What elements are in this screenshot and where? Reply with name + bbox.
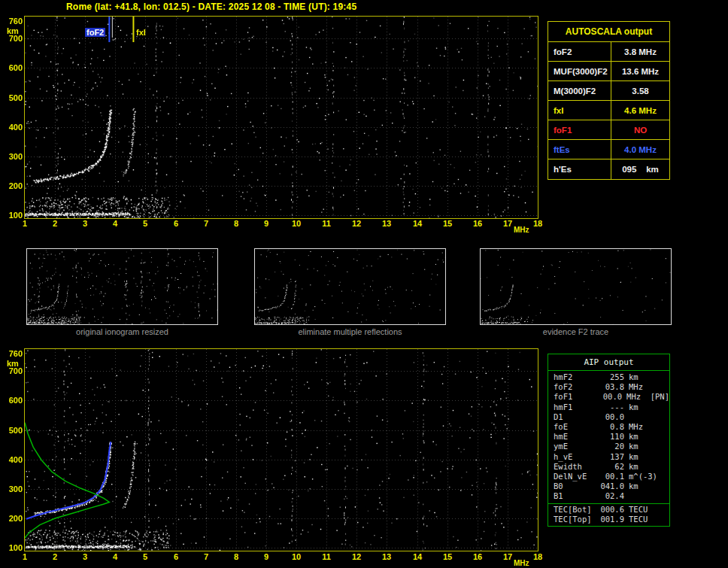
- aip-table-rows: hmF2255kmfoF203.8MHzfoF100.0MHz [PN]hmF1…: [548, 372, 669, 502]
- aip-row-DelNvE: DelN_vE00.1m^(-3): [548, 472, 669, 481]
- aip-param-value: 000.6: [596, 505, 624, 515]
- autoscala-param-value: 4.6 MHz: [611, 101, 669, 120]
- y-tick-label: 760: [3, 350, 23, 358]
- thumbnail-canvas-f2trace: [481, 249, 671, 324]
- autoscala-param-value: 13.6 MHz: [611, 62, 669, 80]
- x-tick-label: 12: [348, 553, 365, 561]
- ionogram-canvas-bottom: [25, 349, 538, 551]
- autoscala-table-rows: foF23.8 MHzMUF(3000)F213.6 MHzM(3000)F23…: [548, 42, 669, 179]
- x-tick-label: 16: [469, 553, 486, 561]
- y-tick-label: 760: [3, 17, 23, 26]
- aip-row-D1: D100.0: [548, 412, 669, 422]
- y-tick-label: 300: [3, 485, 23, 494]
- aip-row-hmF1: hmF1---km: [548, 402, 669, 412]
- thumbnail-multiple-reflections: [254, 248, 446, 325]
- x-tick-label: 1: [17, 220, 33, 228]
- autoscala-row-MUF3000F2: MUF(3000)F213.6 MHz: [548, 62, 669, 81]
- aip-param-unit: km: [624, 402, 669, 412]
- x-tick-label: 14: [409, 553, 426, 561]
- x-tick-label: 15: [439, 220, 456, 228]
- aip-row-hmF2: hmF2255km: [548, 372, 669, 382]
- aip-param-unit: m^(-3): [624, 472, 669, 481]
- x-tick-label: 6: [168, 220, 184, 228]
- x-tick-label: 2: [47, 553, 63, 561]
- aip-row-foE: foE0.8MHz: [548, 422, 669, 432]
- aip-param-value: 20: [596, 442, 624, 451]
- thumbnail-canvas-reflections: [255, 249, 445, 324]
- aip-row-TECBot: TEC[Bot]000.6TECU: [548, 505, 669, 515]
- aip-row-hvE: h_vE137km: [548, 452, 669, 462]
- aip-param-value: 110: [596, 432, 624, 442]
- autoscala-row-ftEs: ftEs4.0 MHz: [548, 140, 669, 159]
- aip-param-label: foE: [554, 422, 596, 432]
- aip-param-label: B1: [554, 491, 596, 501]
- aip-param-label: foF1: [554, 392, 594, 402]
- x-tick-label: 8: [228, 553, 244, 561]
- aip-row-foF2: foF203.8MHz: [548, 382, 669, 392]
- x-tick-label: 7: [198, 220, 214, 228]
- aip-row-TECTop: TEC[Top]001.9TECU: [548, 515, 669, 524]
- aip-param-label: DelN_vE: [554, 472, 596, 481]
- x-tick-label: 3: [77, 553, 93, 561]
- aip-param-value: 137: [596, 452, 624, 462]
- autoscala-param-label: foF2: [548, 42, 611, 61]
- station-date-time-header: Rome (lat: +41.8, lon: 012.5) - DATE: 20…: [66, 2, 356, 12]
- aip-row-B1: B102.4: [548, 491, 669, 501]
- autoscala-param-label: ftEs: [548, 140, 611, 159]
- x-tick-label: 8: [228, 220, 244, 228]
- aip-row-hmE: hmE110km: [548, 432, 669, 442]
- aip-param-label: h_vE: [554, 452, 596, 462]
- x-tick-label: 6: [168, 553, 184, 561]
- autoscala-param-label: foF1: [548, 120, 611, 139]
- y-axis-unit: km: [7, 360, 19, 368]
- y-tick-label: 100: [3, 211, 23, 220]
- y-tick-label: 500: [3, 427, 23, 435]
- x-tick-label: 4: [107, 220, 123, 228]
- aip-row-B0: B0041.0km: [548, 481, 669, 491]
- y-tick-label: 600: [3, 64, 23, 72]
- aip-param-label: hmF2: [554, 372, 596, 382]
- x-tick-label: 12: [348, 220, 365, 228]
- aip-param-value: 62: [596, 462, 624, 472]
- y-tick-label: 500: [3, 94, 23, 102]
- aip-param-value: 03.8: [596, 382, 624, 392]
- x-tick-label: 7: [198, 553, 214, 561]
- aip-table-header: AIP output: [548, 354, 669, 371]
- x-tick-label: 16: [469, 220, 486, 228]
- aip-param-label: hmE: [554, 432, 596, 442]
- autoscala-output-table: AUTOSCALA output foF23.8 MHzMUF(3000)F21…: [548, 21, 670, 180]
- thumbnail-canvas-original: [27, 249, 217, 324]
- aip-row-ymE: ymE20km: [548, 442, 669, 451]
- thumbnail-original-ionogram: [26, 248, 218, 325]
- aip-param-unit: MHz [PN]: [622, 392, 669, 402]
- aip-param-unit: [624, 491, 669, 501]
- x-axis-unit: MHz: [514, 559, 529, 567]
- aip-row-foF1: foF100.0MHz [PN]: [548, 392, 669, 402]
- aip-param-label: B0: [554, 481, 596, 491]
- x-axis-unit: MHz: [514, 226, 529, 234]
- aip-param-value: ---: [596, 402, 624, 412]
- aip-param-value: 00.1: [596, 472, 624, 481]
- autoscala-row-hEs: h'Es095 km: [548, 159, 669, 179]
- x-tick-label: 11: [318, 553, 335, 561]
- foF2-marker-label: foF2: [85, 28, 105, 37]
- autoscala-param-value: 095 km: [611, 159, 669, 179]
- aip-param-label: TEC[Bot]: [554, 505, 596, 515]
- x-tick-label: 11: [318, 220, 335, 228]
- x-tick-label: 9: [258, 220, 275, 228]
- aip-param-unit: km: [624, 481, 669, 491]
- y-tick-label: 200: [3, 182, 23, 190]
- x-tick-label: 10: [288, 220, 305, 228]
- y-tick-label: 700: [3, 367, 23, 375]
- aip-param-unit: TECU: [624, 515, 669, 524]
- x-tick-label: 13: [378, 220, 395, 228]
- aip-param-value: 00.0: [594, 392, 622, 402]
- ionogram-plot-bottom: [24, 348, 538, 551]
- autoscala-param-label: fxI: [548, 101, 611, 120]
- aip-row-Ewidth: Ewidth62km: [548, 462, 669, 472]
- y-tick-label: 700: [3, 35, 23, 43]
- aip-param-unit: km: [624, 462, 669, 472]
- autoscala-param-label: M(3000)F2: [548, 81, 611, 100]
- aip-param-unit: km: [624, 452, 669, 462]
- y-axis-unit: km: [7, 27, 19, 35]
